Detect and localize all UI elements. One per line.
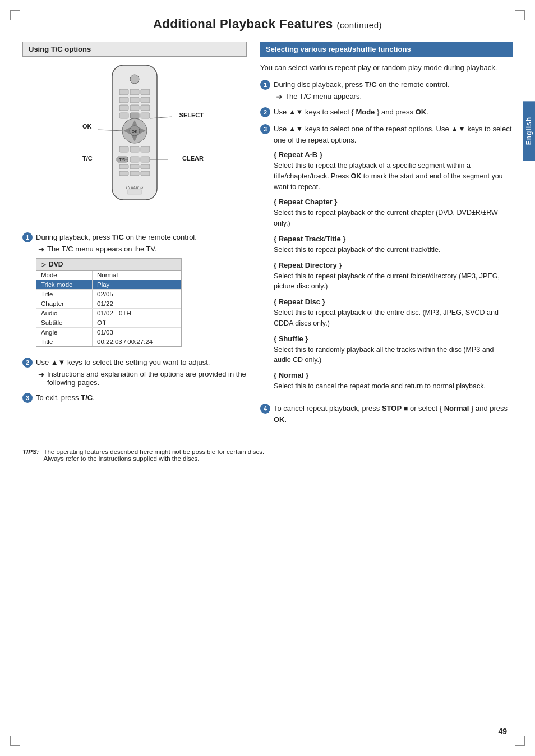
svg-rect-12 <box>130 113 139 118</box>
right-step-num-2: 2 <box>260 107 270 117</box>
left-step1-text: During playback, press T/C on the remote… <box>36 233 197 241</box>
left-step-2: 2 Use ▲▼ keys to select the setting you … <box>22 357 247 387</box>
select-label: SELECT <box>179 112 204 118</box>
right-step-4-content: To cancel repeat playback, press STOP ■ … <box>274 403 513 425</box>
remote-control-image: OK T/C <box>81 62 188 225</box>
corner-br <box>515 736 525 746</box>
repeat-item-ab: { Repeat A-B } Select this to repeat the… <box>274 150 513 192</box>
dvd-menu-table: ▷ DVD Mode Normal Trick mode Play Titl <box>36 258 182 347</box>
repeat-item-shuffle: { Shuffle } Select this to randomly play… <box>274 335 513 366</box>
right-step-num-1: 1 <box>260 80 270 90</box>
repeat-disc-title: { Repeat Disc } <box>274 297 513 306</box>
repeat-normal-body: Select this to cancel the repeat mode an… <box>274 381 513 392</box>
page-title: Additional Playback Features (continued) <box>22 17 513 31</box>
right-step3-text: Use ▲▼ keys to select one of the repeat … <box>274 125 434 133</box>
svg-rect-10 <box>141 105 150 111</box>
repeat-item-disc: { Repeat Disc } Select this to repeat pl… <box>274 297 513 329</box>
left-step3-text: To exit, press T/C. <box>36 393 95 402</box>
dvd-row-mode: Mode Normal <box>36 271 181 280</box>
repeat-shuffle-body: Select this to randomly playback all the… <box>274 345 513 366</box>
repeat-ab-title: { Repeat A-B } <box>274 150 513 159</box>
corner-bl <box>10 736 20 746</box>
right-step-4: 4 To cancel repeat playback, press STOP … <box>260 403 513 425</box>
repeat-ab-body: Select this to repeat the playback of a … <box>274 161 513 192</box>
tips-bar: TIPS: The operating features described h… <box>22 445 513 462</box>
svg-rect-3 <box>130 89 139 95</box>
repeat-directory-title: { Repeat Directory } <box>274 261 513 269</box>
right-step-3: 3 Use ▲▼ keys to select one of the repea… <box>260 123 513 397</box>
ok-label: OK <box>82 123 92 130</box>
repeat-item-chapter: { Repeat Chapter } Select this to repeat… <box>274 198 513 229</box>
right-section-heading: Selecting various repeat/shuffle functio… <box>260 42 513 57</box>
right-step-3-content: Use ▲▼ keys to select one of the repeat … <box>274 123 513 397</box>
left-step2-arrow-text: Instructions and explanation of the opti… <box>47 370 247 387</box>
tc-label: T/C <box>82 155 93 162</box>
svg-rect-29 <box>130 164 139 169</box>
left-step2-arrow: ➜ Instructions and explanation of the op… <box>38 370 247 387</box>
svg-rect-2 <box>119 89 128 95</box>
step-num-3: 3 <box>22 393 33 403</box>
left-step-3: 3 To exit, press T/C. <box>22 392 247 404</box>
svg-rect-32 <box>130 171 139 176</box>
corner-tr <box>515 10 525 20</box>
right-step-1-content: During disc playback, press T/C on the r… <box>274 79 513 101</box>
svg-text:OK: OK <box>132 130 138 134</box>
svg-rect-11 <box>119 113 128 118</box>
repeat-chapter-title: { Repeat Chapter } <box>274 198 513 206</box>
svg-rect-31 <box>119 171 128 176</box>
left-step1-arrow: ➜ The T/C menu appears on the TV. <box>38 245 247 254</box>
svg-rect-21 <box>119 146 128 152</box>
svg-rect-6 <box>130 97 139 103</box>
svg-rect-35 <box>127 190 142 194</box>
main-columns: Using T/C options <box>22 42 513 431</box>
dvd-row-subtitle: Subtitle Off <box>36 318 181 328</box>
svg-rect-4 <box>141 89 150 95</box>
tips-label: TIPS: <box>22 448 39 462</box>
repeat-items-container: { Repeat A-B } Select this to repeat the… <box>274 150 513 392</box>
left-section-heading: Using T/C options <box>22 42 247 57</box>
svg-rect-30 <box>141 164 150 169</box>
dvd-row-audio: Audio 01/02 - 0TH <box>36 309 181 318</box>
right-step1-arrow: ➜ The T/C menu appears. <box>276 92 513 101</box>
right-intro: You can select various repeat play or ra… <box>260 62 513 74</box>
svg-rect-8 <box>119 105 128 111</box>
left-step2-text: Use ▲▼ keys to select the setting you wa… <box>36 358 210 366</box>
left-step-3-content: To exit, press T/C. <box>36 392 247 404</box>
right-step-num-4: 4 <box>260 404 270 414</box>
left-step1-arrow-text: The T/C menu appears on the TV. <box>47 245 157 254</box>
svg-rect-22 <box>130 146 139 152</box>
page-number: 49 <box>498 727 507 736</box>
repeat-track-title: { Repeat Track/Title } <box>274 235 513 243</box>
repeat-item-normal: { Normal } Select this to cancel the rep… <box>274 371 513 392</box>
right-step-num-3: 3 <box>260 124 270 134</box>
right-step-2: 2 Use ▲▼ keys to select { Mode } and pre… <box>260 107 513 118</box>
svg-text:T/C: T/C <box>119 158 126 162</box>
clear-label: CLEAR <box>182 155 204 162</box>
repeat-item-directory: { Repeat Directory } Select this to repe… <box>274 261 513 292</box>
dvd-row-trickmode: Trick mode Play <box>36 280 181 290</box>
right-step-2-content: Use ▲▼ keys to select { Mode } and press… <box>274 107 513 118</box>
svg-text:PHILIPS: PHILIPS <box>126 185 144 190</box>
right-step1-arrow-text: The T/C menu appears. <box>285 92 362 101</box>
svg-rect-5 <box>119 97 128 103</box>
page-title-cont: (continued) <box>336 20 382 30</box>
dvd-table-header: ▷ DVD <box>36 259 181 271</box>
corner-tl <box>10 10 20 20</box>
left-step-1-content: During playback, press T/C on the remote… <box>36 232 247 351</box>
language-tab: English <box>523 101 535 161</box>
remote-control-area: OK T/C <box>22 62 247 225</box>
dvd-row-title1: Title 02/05 <box>36 290 181 299</box>
repeat-directory-body: Select this to repeat playback of the cu… <box>274 271 513 292</box>
svg-rect-28 <box>119 164 128 169</box>
dvd-row-angle: Angle 01/03 <box>36 328 181 337</box>
svg-rect-27 <box>141 157 150 162</box>
step-num-1: 1 <box>22 232 33 242</box>
tips-text: The operating features described here mi… <box>43 448 264 462</box>
left-step-2-content: Use ▲▼ keys to select the setting you wa… <box>36 357 247 387</box>
dvd-header-text: DVD <box>49 260 63 268</box>
repeat-track-body: Select this to repeat playback of the cu… <box>274 245 513 255</box>
page-title-main: Additional Playback Features <box>153 17 333 31</box>
left-step-1: 1 During playback, press T/C on the remo… <box>22 232 247 351</box>
repeat-item-track: { Repeat Track/Title } Select this to re… <box>274 235 513 255</box>
page: English Additional Playback Features (co… <box>0 0 535 756</box>
